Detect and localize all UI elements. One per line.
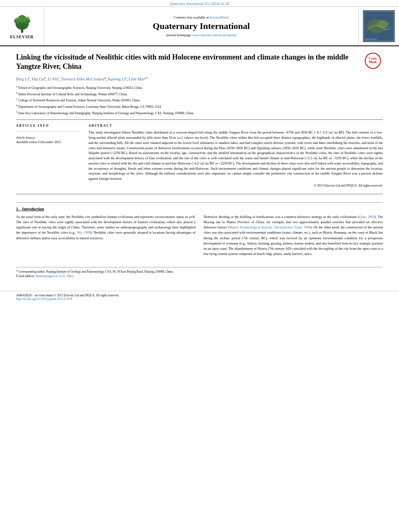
crossmark-badge: CrossMark: [365, 53, 383, 71]
intro-right-text: Defensive ditching or the building of fo…: [204, 214, 383, 257]
shanxi-link[interactable]: Shanxi Archaeological Institute, Infrast…: [229, 225, 310, 229]
article-info-content: Article history: Available online 6 Dece…: [16, 136, 80, 144]
email-value: lmmao@nigpas.ac.cn (L. Mao).: [36, 274, 74, 278]
elsevier-logo: ELSEVIER: [10, 14, 34, 39]
intro-left-text: As the usual form of the early state, th…: [16, 214, 195, 241]
svg-text:Quaternary: Quaternary: [365, 37, 378, 40]
abstract-header: ABSTRACT: [88, 124, 383, 127]
abstract-column: ABSTRACT This study investigated fifteen…: [88, 124, 383, 187]
article-info-column: ARTICLE INFO Article history: Available …: [16, 124, 80, 187]
introduction-right: Defensive ditching or the building of fo…: [204, 214, 383, 259]
introduction-left: As the usual form of the early state, th…: [16, 214, 195, 259]
homepage-link[interactable]: www.elsevier.com/locate/quaint: [193, 33, 237, 37]
copyright-line: © 2013 Elsevier Ltd and INQUA. All right…: [88, 184, 383, 187]
corresponding-author-note: * Corresponding author. Nanjing Institut…: [16, 270, 383, 273]
divider-after-affiliations: [16, 119, 383, 120]
elsevier-tree-icon: [10, 14, 34, 34]
author-mcCloskey[interactable]: Terrence Allen McCloskey: [61, 77, 105, 81]
introduction-section: 1. Introduction As the usual form of the…: [16, 202, 383, 259]
svg-point-6: [26, 16, 29, 20]
author-li-wu[interactable]: Li Wu: [48, 77, 58, 81]
abstract-text: This study investigated fifteen Neolithi…: [88, 130, 383, 181]
page-bottom: 1040-6182/$ – see front matter © 2013 El…: [0, 291, 399, 303]
email-label: E-mail address:: [16, 274, 35, 278]
introduction-two-col: As the usual form of the early state, th…: [16, 214, 383, 259]
qian-2003-link[interactable]: Qian, 2003: [359, 215, 374, 219]
affil-a: a School of Geographic and Oceanographic…: [16, 84, 383, 90]
article-history-label: Article history:: [16, 136, 80, 140]
journal-cover-thumbnail: Quaternary: [363, 10, 395, 42]
article-info-divider: [16, 131, 80, 132]
section-title: 1. Introduction: [16, 207, 383, 211]
article-info-abstract-section: ARTICLE INFO Article history: Available …: [16, 124, 383, 187]
section-number: 1.: [16, 207, 19, 211]
divider-after-abstract: [16, 194, 383, 194]
author-bing-li[interactable]: Bing Li: [16, 77, 29, 81]
wu-1999-link[interactable]: Wu, 1999: [77, 230, 90, 234]
svg-point-11: [377, 20, 389, 28]
affiliations-block: a School of Geographic and Oceanographic…: [16, 84, 383, 115]
doi-link[interactable]: http://dx.doi.org/10.1016/j.quaint.2013.…: [16, 297, 72, 301]
svg-point-5: [15, 18, 18, 21]
crossmark-label: CrossMark: [369, 57, 377, 64]
affil-d: d Department of Oceanography and Coastal…: [16, 103, 383, 109]
journal-info-center: Contents lists available at ScienceDirec…: [44, 7, 359, 45]
affil-c: c College of Territorial Resources and T…: [16, 97, 383, 103]
journal-reference: Quaternary International 321 (2014) 22–2…: [170, 2, 229, 6]
section-title-text: Introduction: [22, 207, 44, 211]
article-title: Linking the vicissitude of Neolithic cit…: [16, 53, 383, 72]
elsevier-logo-area: ELSEVIER: [0, 7, 44, 45]
journal-title: Quaternary International: [153, 21, 250, 31]
journal-thumbnail-area: Quaternary: [359, 7, 399, 45]
elsevier-brand-text: ELSEVIER: [10, 35, 34, 39]
journal-header: ELSEVIER Contents lists available at Sci…: [0, 7, 399, 46]
sciencedirect-link[interactable]: ScienceDirect: [210, 15, 229, 19]
author-hui-liu[interactable]: Hui Liu: [32, 77, 44, 81]
authors-line: Bing Lia, Hui Liub, Li Wuc, Terrence All…: [16, 76, 383, 81]
author-limi-mao[interactable]: Limi Mao: [129, 77, 145, 81]
svg-point-7: [20, 14, 24, 18]
article-info-header: ARTICLE INFO: [16, 124, 80, 127]
affil-b: b Hubei Provincial Institute of Cultural…: [16, 91, 383, 97]
article-title-section: Linking the vicissitude of Neolithic cit…: [16, 53, 383, 72]
email-link[interactable]: lmmao@nigpas.ac.cn (L. Mao).: [36, 274, 74, 278]
issn-line: 1040-6182/$ – see front matter © 2013 El…: [16, 294, 383, 297]
homepage-line: journal homepage: www.elsevier.com/locat…: [166, 33, 237, 37]
article-available-online: Available online 6 December 2013: [16, 140, 80, 144]
doi-line: http://dx.doi.org/10.1016/j.quaint.2013.…: [16, 297, 383, 301]
email-line: E-mail address: lmmao@nigpas.ac.cn (L. M…: [16, 274, 383, 278]
main-content: Linking the vicissitude of Neolithic cit…: [0, 46, 399, 287]
footer-notes: * Corresponding author. Nanjing Institut…: [16, 267, 383, 278]
affil-e: e State Key Laboratory of Palaeobiology …: [16, 110, 383, 116]
crossmark-circle: CrossMark: [365, 53, 381, 69]
top-banner: Quaternary International 321 (2014) 22–2…: [0, 0, 399, 7]
author-kaifeng-li[interactable]: Kaifeng Li: [108, 77, 125, 81]
contents-line: Contents lists available at ScienceDirec…: [174, 15, 229, 19]
